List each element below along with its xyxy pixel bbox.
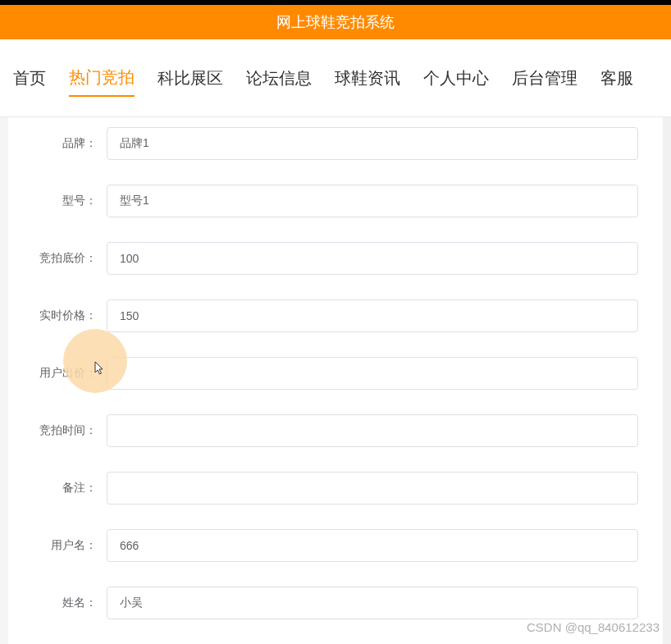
form-row-user-bid: 用户出价：	[8, 357, 663, 390]
real-price-input[interactable]	[107, 299, 638, 332]
form-row-base-price: 竞拍底价：	[8, 242, 663, 275]
scrollbar-vertical[interactable]	[663, 117, 671, 644]
brand-label: 品牌：	[8, 136, 107, 151]
base-price-input[interactable]	[107, 242, 638, 275]
nav-item-service[interactable]: 客服	[600, 61, 633, 96]
model-label: 型号：	[8, 194, 107, 208]
form-row-bid-time: 竞拍时间：	[8, 414, 663, 447]
user-bid-label: 用户出价：	[8, 366, 107, 381]
nav-item-home[interactable]: 首页	[13, 61, 46, 96]
nav-item-hot-auction[interactable]: 热门竞拍	[69, 60, 135, 97]
user-bid-input[interactable]	[107, 357, 638, 390]
header-title: 网上球鞋竞拍系统	[276, 14, 395, 30]
form-row-remark: 备注：	[8, 472, 663, 505]
nav-item-forum[interactable]: 论坛信息	[246, 61, 312, 96]
content-area: 品牌： 型号： 竞拍底价： 实时价格： 用户出价： 竞拍时间： 备注：	[0, 117, 671, 644]
base-price-label: 竞拍底价：	[8, 251, 107, 266]
form-container: 品牌： 型号： 竞拍底价： 实时价格： 用户出价： 竞拍时间： 备注：	[8, 117, 663, 644]
remark-label: 备注：	[8, 481, 107, 496]
form-row-name: 姓名：	[8, 587, 663, 619]
username-label: 用户名：	[8, 538, 107, 553]
name-label: 姓名：	[8, 596, 107, 610]
nav-item-shoe-news[interactable]: 球鞋资讯	[335, 61, 400, 96]
model-input[interactable]	[107, 185, 638, 217]
bid-time-label: 竞拍时间：	[8, 423, 107, 438]
remark-input[interactable]	[107, 472, 638, 505]
brand-input[interactable]	[107, 127, 638, 160]
nav-item-personal[interactable]: 个人中心	[423, 61, 489, 96]
nav-item-kobe-zone[interactable]: 科比展区	[157, 61, 223, 96]
form-row-username: 用户名：	[8, 529, 663, 562]
form-row-model: 型号：	[8, 185, 663, 217]
header-bar: 网上球鞋竞拍系统	[0, 5, 671, 39]
form-row-brand: 品牌：	[8, 127, 663, 160]
real-price-label: 实时价格：	[8, 308, 107, 323]
nav-item-admin[interactable]: 后台管理	[512, 61, 577, 96]
name-input[interactable]	[107, 587, 638, 619]
nav-bar: 首页 热门竞拍 科比展区 论坛信息 球鞋资讯 个人中心 后台管理 客服	[0, 39, 671, 117]
form-row-real-price: 实时价格：	[8, 299, 663, 332]
username-input[interactable]	[107, 529, 638, 562]
bid-time-input[interactable]	[107, 414, 638, 447]
watermark: CSDN @qq_840612233	[527, 620, 660, 634]
